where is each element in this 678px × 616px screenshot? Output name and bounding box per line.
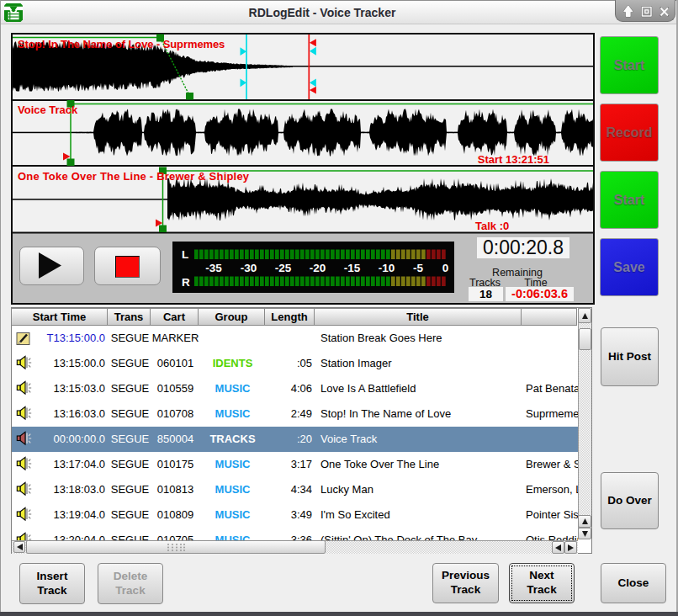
svg-text:R: R bbox=[182, 276, 190, 289]
svg-text:-20: -20 bbox=[310, 262, 326, 274]
svg-text:Start 13:21:51: Start 13:21:51 bbox=[478, 153, 549, 166]
svg-text:Stop! In The Name of Love - Su: Stop! In The Name of Love - Suprmemes bbox=[18, 38, 225, 50]
svg-text:-30: -30 bbox=[241, 262, 257, 274]
svg-text:0: 0 bbox=[442, 262, 449, 274]
svg-text:-5: -5 bbox=[413, 262, 423, 274]
svg-text:L: L bbox=[182, 248, 188, 261]
svg-text:Talk :0: Talk :0 bbox=[475, 220, 509, 232]
svg-text:-25: -25 bbox=[275, 262, 292, 274]
svg-text:-10: -10 bbox=[379, 262, 395, 274]
svg-text:-35: -35 bbox=[205, 262, 222, 274]
svg-text:Voice Track: Voice Track bbox=[18, 104, 78, 116]
svg-text:One Toke Over The Line - Brewe: One Toke Over The Line - Brewer & Shiple… bbox=[18, 170, 250, 183]
svg-text:-15: -15 bbox=[344, 262, 361, 274]
